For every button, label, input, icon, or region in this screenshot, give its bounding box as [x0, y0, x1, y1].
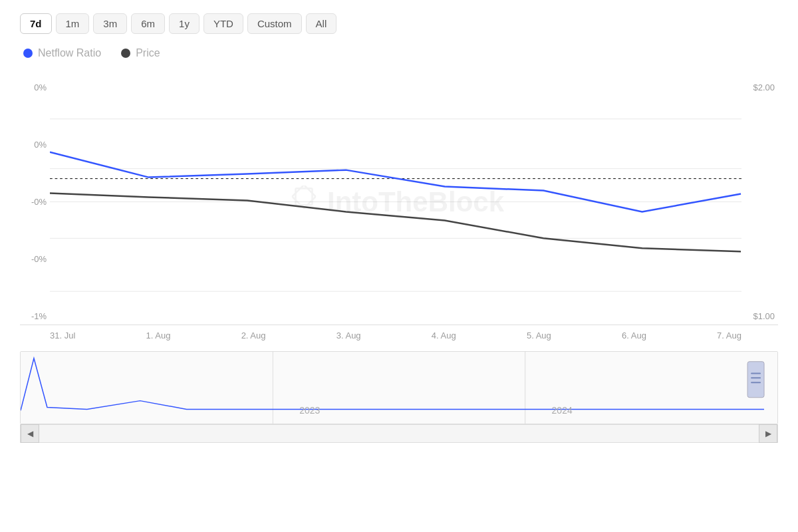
x-label-3: 3. Aug [336, 331, 361, 340]
price-dot [121, 49, 130, 58]
x-label-6: 6. Aug [622, 331, 646, 340]
netflow-line [50, 152, 741, 212]
mini-chart-svg: 2023 2024 [21, 352, 777, 424]
scroll-track[interactable] [39, 425, 759, 442]
x-label-0: 31. Jul [50, 331, 75, 340]
price-label: Price [136, 47, 160, 59]
time-range-selector: 7d 1m 3m 6m 1y YTD Custom All [20, 13, 778, 34]
main-svg [50, 79, 741, 325]
x-label-4: 4. Aug [432, 331, 456, 340]
time-btn-all[interactable]: All [306, 13, 337, 34]
y-left-2: -0% [20, 197, 50, 207]
svg-rect-11 [747, 362, 764, 398]
y-left-1: 0% [20, 140, 50, 150]
time-btn-1y[interactable]: 1y [169, 13, 200, 34]
legend-netflow: Netflow Ratio [23, 47, 101, 59]
x-label-2: 2. Aug [241, 331, 266, 340]
main-chart: 0% 0% -0% -0% -1% $2.00 $1.00 [20, 79, 778, 325]
scroll-right-arrow[interactable]: ▶ [759, 424, 777, 443]
time-btn-ytd[interactable]: YTD [203, 13, 243, 34]
time-btn-3m[interactable]: 3m [93, 13, 127, 34]
time-btn-1m[interactable]: 1m [56, 13, 90, 34]
mini-chart: 2023 2024 [20, 351, 778, 424]
y-right-0: $2.00 [753, 82, 778, 92]
svg-rect-8 [21, 352, 777, 424]
x-axis: 31. Jul 1. Aug 2. Aug 3. Aug 4. Aug 5. A… [50, 325, 741, 346]
scroll-left-arrow[interactable]: ◀ [21, 424, 39, 443]
y-left-3: -0% [20, 254, 50, 264]
y-axis-left: 0% 0% -0% -0% -1% [20, 79, 50, 325]
y-right-4: $1.00 [753, 311, 778, 321]
scroll-bar: ◀ ▶ [20, 424, 778, 443]
time-btn-6m[interactable]: 6m [131, 13, 165, 34]
time-btn-custom[interactable]: Custom [247, 13, 302, 34]
y-axis-right: $2.00 $1.00 [741, 79, 778, 325]
netflow-dot [23, 49, 33, 58]
svg-text:2023: 2023 [299, 405, 320, 416]
x-label-7: 7. Aug [717, 331, 741, 340]
y-left-4: -1% [20, 311, 50, 321]
legend-price: Price [121, 47, 160, 59]
netflow-label: Netflow Ratio [38, 47, 101, 59]
chart-wrapper: 0% 0% -0% -0% -1% $2.00 $1.00 [20, 79, 778, 443]
y-left-0: 0% [20, 82, 50, 92]
chart-legend: Netflow Ratio Price [20, 47, 778, 59]
time-btn-7d[interactable]: 7d [20, 13, 52, 34]
x-label-5: 5. Aug [527, 331, 551, 340]
main-container: 7d 1m 3m 6m 1y YTD Custom All Netflow Ra… [0, 0, 798, 532]
svg-text:2024: 2024 [552, 405, 573, 416]
x-label-1: 1. Aug [146, 331, 171, 340]
chart-svg-container: IntoTheBlock [50, 79, 741, 325]
